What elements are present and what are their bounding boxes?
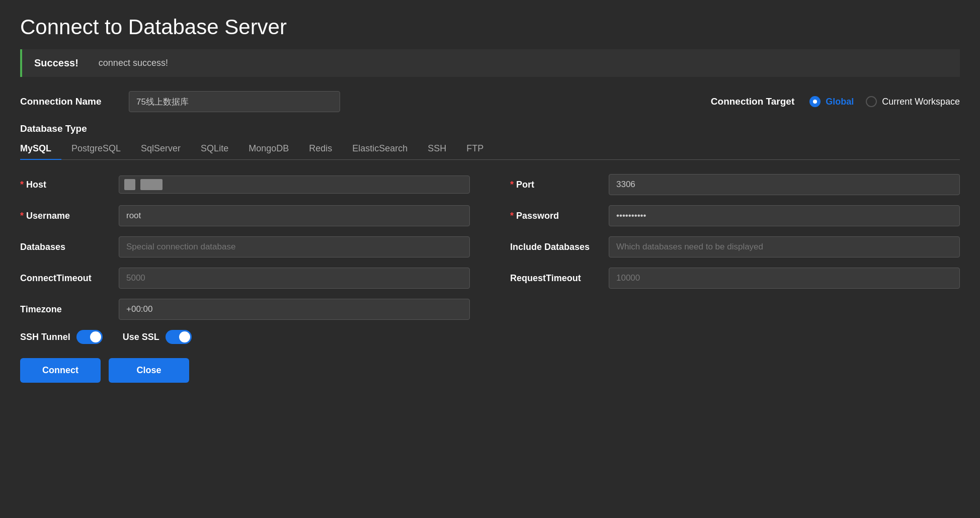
timezone-input[interactable] bbox=[119, 299, 470, 320]
radio-global[interactable]: Global bbox=[809, 96, 854, 107]
ssh-tunnel-toggle[interactable] bbox=[76, 330, 103, 344]
top-row: Connection Name Connection Target Global… bbox=[20, 91, 960, 112]
include-databases-label: Include Databases bbox=[510, 242, 601, 252]
databases-input[interactable] bbox=[119, 236, 470, 257]
host-icon-small bbox=[124, 179, 135, 190]
include-databases-field-row: Include Databases bbox=[510, 236, 960, 257]
radio-global-label: Global bbox=[826, 97, 854, 107]
success-banner: Success! connect success! bbox=[20, 49, 960, 77]
timezone-field-row: Timezone bbox=[20, 299, 470, 320]
buttons-row: Connect Close bbox=[20, 358, 960, 383]
radio-global-circle[interactable] bbox=[809, 96, 821, 107]
use-ssl-toggle[interactable] bbox=[166, 330, 192, 344]
database-type-section: Database Type MySQL PostgreSQL SqlServer… bbox=[20, 123, 960, 160]
page-title: Connect to Database Server bbox=[20, 15, 960, 39]
connection-target-group: Connection Target Global Current Workspa… bbox=[711, 96, 960, 107]
password-field-row: Password bbox=[510, 205, 960, 226]
connection-name-input[interactable] bbox=[129, 91, 340, 112]
connect-button[interactable]: Connect bbox=[20, 358, 101, 383]
ssh-tunnel-toggle-group: SSH Tunnel bbox=[20, 330, 103, 344]
request-timeout-field-row: RequestTimeout bbox=[510, 268, 960, 289]
tab-postgresql[interactable]: PostgreSQL bbox=[71, 138, 131, 160]
request-timeout-label: RequestTimeout bbox=[510, 273, 601, 284]
connection-target-label: Connection Target bbox=[711, 96, 794, 107]
close-button[interactable]: Close bbox=[109, 358, 189, 383]
tab-mysql[interactable]: MySQL bbox=[20, 138, 61, 160]
password-label: Password bbox=[510, 211, 601, 221]
tab-mongodb[interactable]: MongoDB bbox=[249, 138, 299, 160]
connection-name-group: Connection Name bbox=[20, 91, 340, 112]
ssh-tunnel-label: SSH Tunnel bbox=[20, 332, 70, 342]
connection-target-radio-group: Global Current Workspace bbox=[809, 96, 960, 107]
host-icon-large bbox=[140, 179, 162, 190]
database-type-tabs: MySQL PostgreSQL SqlServer SQLite MongoD… bbox=[20, 138, 960, 160]
username-label: Username bbox=[20, 211, 111, 221]
connection-name-label: Connection Name bbox=[20, 96, 121, 107]
tab-ssh[interactable]: SSH bbox=[428, 138, 456, 160]
databases-label: Databases bbox=[20, 242, 111, 252]
timezone-label: Timezone bbox=[20, 304, 111, 315]
radio-current-workspace[interactable]: Current Workspace bbox=[866, 96, 960, 107]
username-field-row: Username bbox=[20, 205, 470, 226]
connect-timeout-label: ConnectTimeout bbox=[20, 273, 111, 284]
use-ssl-label: Use SSL bbox=[123, 332, 159, 342]
port-input[interactable] bbox=[609, 174, 960, 195]
databases-field-row: Databases bbox=[20, 236, 470, 257]
tab-sqlserver[interactable]: SqlServer bbox=[141, 138, 191, 160]
port-field-row: Port bbox=[510, 174, 960, 195]
tab-redis[interactable]: Redis bbox=[309, 138, 342, 160]
connect-timeout-input[interactable] bbox=[119, 268, 470, 289]
tab-ftp[interactable]: FTP bbox=[466, 138, 494, 160]
radio-workspace-label: Current Workspace bbox=[882, 97, 960, 107]
request-timeout-input[interactable] bbox=[609, 268, 960, 289]
success-message: connect success! bbox=[99, 58, 168, 68]
radio-workspace-circle[interactable] bbox=[866, 96, 877, 107]
toggle-row: SSH Tunnel Use SSL bbox=[20, 330, 960, 344]
connect-timeout-field-row: ConnectTimeout bbox=[20, 268, 470, 289]
username-input[interactable] bbox=[119, 205, 470, 226]
use-ssl-toggle-group: Use SSL bbox=[123, 330, 192, 344]
port-label: Port bbox=[510, 180, 601, 190]
success-label: Success! bbox=[34, 57, 78, 69]
form-fields-grid: Host Port Username Password Databases In… bbox=[20, 174, 960, 320]
host-input-wrapper[interactable] bbox=[119, 176, 470, 194]
tab-sqlite[interactable]: SQLite bbox=[201, 138, 238, 160]
password-input[interactable] bbox=[609, 205, 960, 226]
tab-elasticsearch[interactable]: ElasticSearch bbox=[352, 138, 418, 160]
host-field-row: Host bbox=[20, 174, 470, 195]
database-type-title: Database Type bbox=[20, 123, 960, 134]
host-label: Host bbox=[20, 180, 111, 190]
include-databases-input[interactable] bbox=[609, 236, 960, 257]
